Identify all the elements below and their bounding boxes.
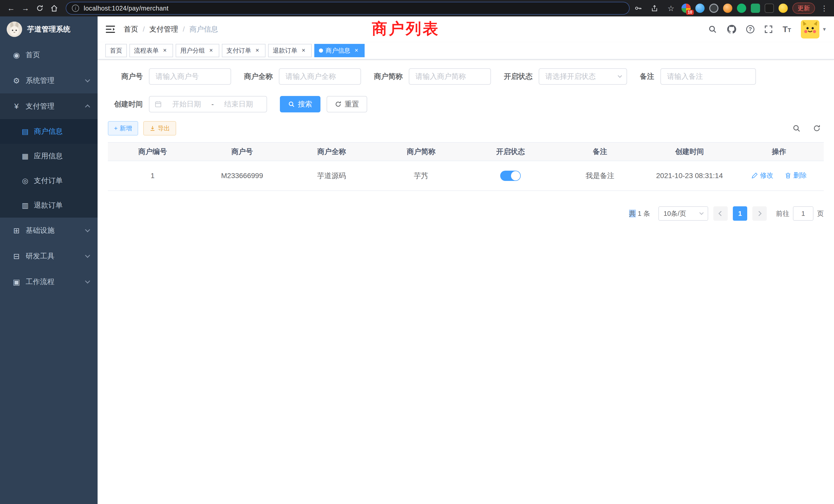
- create-time-range-picker[interactable]: 开始日期 - 结束日期: [149, 96, 267, 112]
- pagination-total: 共1条: [628, 209, 651, 218]
- sidebar-item-payment-order[interactable]: ◎ 支付订单: [0, 168, 97, 193]
- help-icon[interactable]: ?: [746, 25, 754, 33]
- back-icon[interactable]: ←: [5, 2, 17, 14]
- close-icon[interactable]: ×: [161, 47, 169, 54]
- prev-page-button[interactable]: [713, 206, 728, 221]
- avatar: [801, 20, 819, 39]
- remark-input[interactable]: [660, 68, 756, 85]
- extension-avatar-icon[interactable]: [723, 4, 732, 13]
- tab-refund-order[interactable]: 退款订单 ×: [268, 44, 312, 57]
- extension-drop-icon[interactable]: [695, 4, 705, 13]
- cell-merchant-no: M233666999: [197, 161, 287, 191]
- active-tab-dot: [319, 48, 323, 53]
- sidebar-item-refund-order[interactable]: ▥ 退款订单: [0, 193, 97, 217]
- close-icon[interactable]: ×: [254, 47, 261, 54]
- refresh-icon[interactable]: [813, 124, 821, 132]
- menu-label: 研发工具: [26, 251, 54, 261]
- fullscreen-icon[interactable]: [764, 25, 773, 33]
- goto-page-input[interactable]: [793, 206, 813, 221]
- total-suffix: 条: [643, 210, 650, 217]
- navbar-actions: ? TT ▾: [708, 20, 826, 39]
- extension-green-square-icon[interactable]: [751, 4, 760, 13]
- delete-button[interactable]: 删除: [785, 171, 807, 180]
- column-header-merchant-no: 商户号: [197, 142, 287, 161]
- chevron-right-icon: [756, 211, 762, 216]
- forward-icon[interactable]: →: [20, 2, 31, 14]
- pagination: 共1条 10条/页 1 前往 页: [108, 206, 824, 221]
- star-icon[interactable]: ☆: [665, 2, 677, 14]
- cell-create-time: 2021-10-23 08:31:14: [645, 161, 734, 191]
- next-page-button[interactable]: [752, 206, 767, 221]
- chevron-left-icon: [719, 211, 724, 216]
- extension-gray-icon[interactable]: [709, 4, 719, 13]
- short-name-input[interactable]: [409, 68, 491, 85]
- caret-down-icon: ▾: [823, 26, 826, 32]
- app-logo[interactable]: 芋道管理系统: [0, 17, 97, 42]
- create-time-field: 创建时间 开始日期 - 结束日期: [108, 96, 267, 112]
- close-icon[interactable]: ×: [353, 47, 360, 54]
- sidebar-item-payment[interactable]: ¥ 支付管理: [0, 93, 97, 119]
- merchant-no-label: 商户号: [108, 72, 143, 81]
- tab-merchant-info[interactable]: 商户信息 ×: [314, 44, 365, 57]
- edit-button[interactable]: 修改: [751, 171, 773, 180]
- github-icon[interactable]: [727, 24, 737, 34]
- remark-label: 备注: [640, 72, 654, 81]
- share-icon[interactable]: [649, 2, 660, 14]
- search-button[interactable]: 搜索: [280, 96, 321, 112]
- search-icon[interactable]: [708, 25, 717, 33]
- merchant-table: 商户编号 商户号 商户全称 商户简称 开启状态 备注 创建时间 操作 1 M23…: [108, 142, 824, 191]
- tab-payment-order[interactable]: 支付订单 ×: [222, 44, 265, 57]
- sidebar-item-merchant-info[interactable]: ▤ 商户信息: [0, 119, 97, 144]
- sidebar-item-home[interactable]: ◉ 首页: [0, 42, 97, 68]
- home-icon[interactable]: [48, 2, 60, 14]
- export-button[interactable]: 导出: [143, 121, 176, 136]
- sidebar-item-workflow[interactable]: ▣ 工作流程: [0, 269, 97, 295]
- app-title: 芋道管理系统: [27, 24, 70, 34]
- cell-id: 1: [108, 161, 197, 191]
- extension-smiley-icon[interactable]: [778, 4, 788, 13]
- close-icon[interactable]: ×: [207, 47, 215, 54]
- goto-suffix: 页: [817, 209, 824, 218]
- search-form-row-1: 商户号 商户全称 商户简称 开启状态 请选择开启状态: [108, 68, 824, 85]
- status-toggle[interactable]: [500, 171, 521, 181]
- breadcrumb-home[interactable]: 首页: [124, 24, 138, 34]
- date-end-placeholder: 结束日期: [216, 99, 261, 109]
- status-select[interactable]: 请选择开启状态: [539, 68, 627, 85]
- url-text[interactable]: localhost:1024/pay/merchant: [84, 5, 169, 12]
- tab-user-group[interactable]: 用户分组 ×: [176, 44, 219, 57]
- extension-colorful-icon[interactable]: 10: [681, 4, 691, 13]
- browser-menu-icon[interactable]: ⋮: [820, 4, 829, 13]
- reset-button[interactable]: 重置: [327, 96, 367, 112]
- extension-green-circle-icon[interactable]: [737, 4, 746, 13]
- info-icon[interactable]: i: [72, 5, 79, 12]
- sidebar-item-system[interactable]: ⚙ 系统管理: [0, 68, 97, 93]
- address-bar[interactable]: i localhost:1024/pay/merchant: [66, 2, 630, 15]
- merchant-no-input[interactable]: [149, 68, 231, 85]
- search-toggle-icon[interactable]: [792, 124, 800, 132]
- chevron-down-icon: [618, 74, 622, 78]
- user-menu[interactable]: ▾: [801, 20, 826, 39]
- sidebar: 芋道管理系统 ◉ 首页 ⚙ 系统管理 ¥ 支付管理 ▤: [0, 17, 97, 504]
- add-button[interactable]: + 新增: [108, 121, 138, 136]
- current-page-button[interactable]: 1: [733, 206, 747, 221]
- column-header-full-name: 商户全称: [287, 142, 376, 161]
- sidebar-item-infrastructure[interactable]: ⊞ 基础设施: [0, 217, 97, 243]
- browser-chrome: ← → i localhost:1024/pay/merchant ☆ 10 更…: [0, 0, 834, 17]
- sidebar-item-devtools[interactable]: ⊟ 研发工具: [0, 243, 97, 269]
- tab-process-form[interactable]: 流程表单 ×: [129, 44, 173, 57]
- main-area: 首页 / 支付管理 / 商户信息 商户列表 ?: [97, 17, 834, 504]
- page-size-select[interactable]: 10条/页: [658, 206, 708, 221]
- menu-fold-icon[interactable]: [106, 25, 115, 33]
- tab-home[interactable]: 首页: [105, 44, 127, 57]
- key-icon[interactable]: [632, 2, 644, 14]
- browser-refresh-icon[interactable]: [34, 2, 46, 14]
- full-name-input[interactable]: [279, 68, 361, 85]
- close-icon[interactable]: ×: [300, 47, 307, 54]
- breadcrumb-payment[interactable]: 支付管理: [150, 24, 178, 34]
- chevron-down-icon: [86, 281, 89, 283]
- browser-update-button[interactable]: 更新: [792, 3, 815, 14]
- sidebar-item-app-info[interactable]: ▦ 应用信息: [0, 144, 97, 168]
- tools-icon: ⊟: [10, 252, 23, 261]
- font-size-icon[interactable]: TT: [783, 25, 791, 34]
- extension-dark-icon[interactable]: [765, 4, 774, 13]
